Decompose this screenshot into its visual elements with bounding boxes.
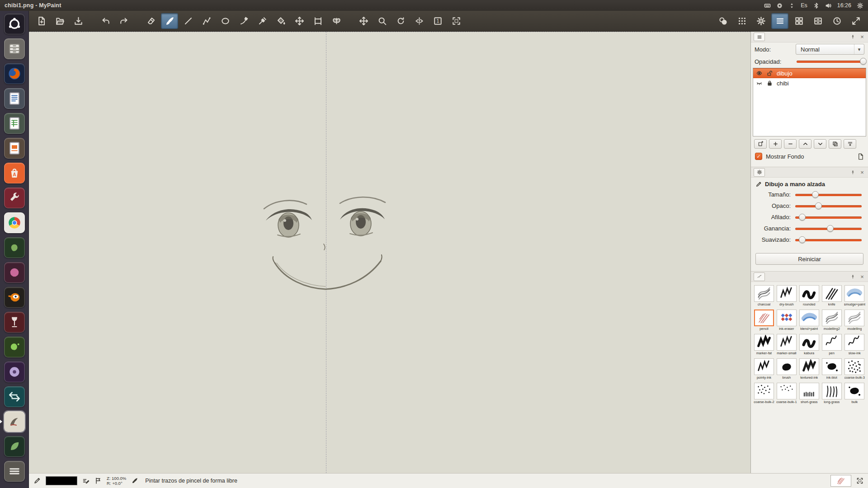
language-indicator[interactable]: Es [801, 2, 807, 9]
move-layer-tool-button[interactable] [291, 13, 308, 29]
tool-options-tab[interactable] [754, 168, 765, 177]
redo-button[interactable] [115, 13, 132, 29]
brush-preview[interactable] [830, 475, 851, 487]
tool-slider-4[interactable] [794, 236, 863, 244]
reset-button[interactable]: Reiniciar [755, 253, 863, 265]
brush-pencil[interactable]: pencil [754, 310, 774, 331]
fit-view-button[interactable] [448, 13, 465, 29]
color-picker-tool-button[interactable] [254, 13, 271, 29]
launcher-item-purple-disc-app[interactable] [0, 359, 29, 384]
launcher-item-dash-home[interactable] [0, 11, 29, 36]
color-swatch[interactable] [46, 476, 77, 485]
brush-rounded[interactable]: rounded [799, 285, 820, 306]
tool-slider-3[interactable] [794, 225, 863, 233]
connected-lines-tool-button[interactable] [198, 13, 215, 29]
launcher-item-workspace-switcher[interactable] [0, 459, 29, 483]
brush-coarse-bulk-2[interactable]: coarse-bulk-2 [754, 383, 774, 404]
brush-kabura[interactable]: kabura [799, 334, 820, 355]
slider-handle[interactable] [799, 214, 806, 221]
launcher-item-libreoffice-impress[interactable] [0, 136, 29, 160]
input-mapping-icon[interactable] [94, 477, 102, 484]
brush-marker-small[interactable]: marker-small [776, 334, 797, 355]
scratchpad-button[interactable] [809, 13, 826, 29]
merge-layer-button[interactable] [844, 139, 856, 149]
launcher-item-blender[interactable] [0, 285, 29, 310]
pin-icon[interactable] [849, 169, 856, 175]
canvas[interactable] [29, 32, 750, 473]
pin-icon[interactable] [849, 273, 856, 280]
brush-textured-ink[interactable]: textured-ink [799, 358, 820, 380]
lower-layer-button[interactable] [814, 139, 826, 149]
brush-knife[interactable]: knife [821, 285, 842, 306]
slider-handle[interactable] [860, 58, 867, 65]
background-document-icon[interactable] [857, 153, 864, 160]
launcher-item-system-tool[interactable] [0, 185, 29, 210]
add-layer-button[interactable] [769, 139, 782, 149]
mode-dropdown[interactable]: Normal ▾ [796, 44, 864, 55]
color-pair-button[interactable] [714, 13, 731, 29]
brush-blend+paint[interactable]: blend+paint [799, 310, 820, 331]
mirror-view-button[interactable] [410, 13, 428, 29]
launcher-item-mypaint[interactable] [0, 409, 29, 434]
brush-slow-ink[interactable]: slow-ink [844, 334, 865, 355]
launcher-item-libreoffice-calc[interactable] [0, 111, 29, 136]
brush-coarse-bulk-1[interactable]: coarse-bulk-1 [776, 383, 797, 404]
color-palette-button[interactable] [733, 13, 750, 29]
close-icon[interactable]: × [859, 169, 865, 175]
slider-handle[interactable] [799, 236, 806, 243]
slider-handle[interactable] [812, 191, 819, 198]
tool-slider-2[interactable] [794, 213, 863, 221]
open-file-button[interactable] [51, 13, 68, 29]
brush-short-grass[interactable]: short-grass [799, 383, 820, 404]
session-gear-icon[interactable] [857, 2, 863, 9]
layer-row-chibi[interactable]: chibi [753, 78, 866, 88]
brush-panel-tab[interactable] [754, 272, 765, 281]
layer-visibility-toggle[interactable] [756, 80, 763, 86]
layer-visibility-toggle[interactable] [756, 70, 763, 76]
sync-arrows-icon[interactable] [788, 2, 795, 9]
preferences-button[interactable] [752, 13, 769, 29]
layer-lock-toggle[interactable] [766, 70, 774, 76]
close-icon[interactable]: × [859, 273, 865, 280]
tool-slider-0[interactable] [794, 191, 863, 199]
flood-fill-tool-button[interactable] [272, 13, 289, 29]
slider-handle[interactable] [815, 202, 822, 209]
pan-view-button[interactable] [355, 13, 372, 29]
brush-modelling2[interactable]: modelling2 [821, 310, 842, 331]
launcher-item-software-center[interactable]: A [0, 160, 29, 185]
brush-coarse-bulk-3[interactable]: coarse-bulk-3 [844, 358, 865, 380]
launcher-item-sync-app[interactable] [0, 384, 29, 409]
slider-handle[interactable] [827, 225, 834, 232]
tool-slider-1[interactable] [794, 202, 863, 210]
brush-bulk[interactable]: bulk [844, 383, 865, 404]
pin-icon[interactable] [849, 34, 856, 40]
ellipse-tool-button[interactable] [217, 13, 234, 29]
launcher-item-wine-app[interactable] [0, 310, 29, 334]
reset-view-button[interactable]: 1 [429, 13, 446, 29]
freehand-tool-button[interactable] [161, 13, 178, 29]
launcher-item-libreoffice-writer[interactable] [0, 86, 29, 111]
close-icon[interactable]: × [859, 34, 865, 40]
brush-pointy-ink[interactable]: pointy-ink [754, 358, 774, 380]
brush-modelling[interactable]: modelling [844, 310, 865, 331]
brush-charcoal[interactable]: charcoal [754, 285, 774, 306]
brush-brush[interactable]: brush [776, 358, 797, 380]
launcher-item-green-paint-app[interactable] [0, 334, 29, 359]
launcher-item-dark-green-app[interactable] [0, 434, 29, 459]
show-background-checkbox[interactable]: ✓ [755, 153, 762, 160]
duplicate-layer-button[interactable] [829, 139, 841, 149]
bluetooth-icon[interactable] [813, 2, 820, 9]
raise-layer-button[interactable] [799, 139, 811, 149]
new-file-button[interactable] [33, 13, 50, 29]
keyboard-indicator-icon[interactable] [764, 2, 771, 9]
remove-layer-button[interactable] [784, 139, 797, 149]
launcher-item-firefox[interactable] [0, 61, 29, 86]
brush-groups-button[interactable] [790, 13, 807, 29]
main-menu-button[interactable] [771, 13, 788, 29]
rotate-view-button[interactable] [392, 13, 409, 29]
clock[interactable]: 16:26 [837, 2, 851, 9]
eraser-tool-button[interactable] [142, 13, 160, 29]
brush-dry-brush[interactable]: dry-brush [776, 285, 797, 306]
fullscreen-button[interactable] [847, 13, 864, 29]
stroke-settings-icon[interactable] [82, 477, 90, 484]
